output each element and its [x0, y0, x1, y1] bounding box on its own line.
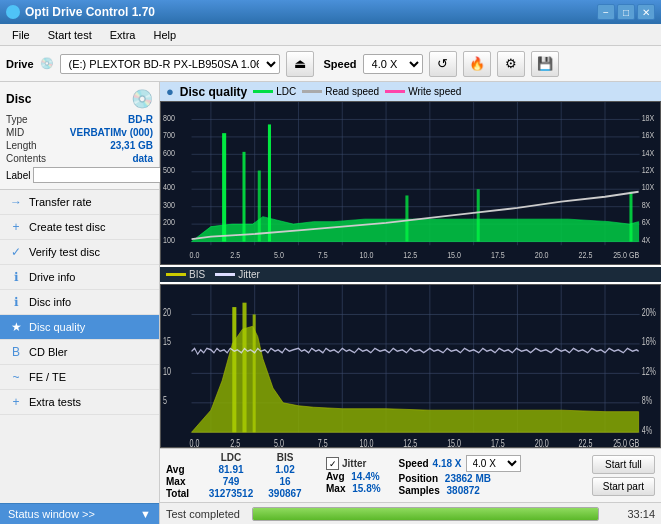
- svg-rect-23: [268, 124, 271, 241]
- mid-label: MID: [6, 127, 24, 138]
- ldc-col-header: LDC: [202, 452, 260, 463]
- samples-value: 380872: [447, 485, 480, 496]
- svg-text:20: 20: [163, 307, 171, 319]
- jitter-avg-label: Avg: [326, 471, 345, 482]
- menu-file[interactable]: File: [4, 27, 38, 43]
- length-value: 23,31 GB: [110, 140, 153, 151]
- disc-icon: 💿: [131, 88, 153, 110]
- legend-jitter-label: Jitter: [238, 269, 260, 280]
- bis-jitter-chart: 20 15 10 5 20% 16% 12% 8% 4% 0.0 2.5 5.0…: [160, 284, 661, 448]
- max-row-label: Max: [166, 476, 202, 487]
- close-button[interactable]: ✕: [637, 4, 655, 20]
- charts-wrapper: 800 700 600 500 400 300 200 100 18X 16X …: [160, 101, 661, 448]
- jitter-checkbox[interactable]: ✓: [326, 457, 339, 470]
- svg-rect-20: [222, 133, 226, 241]
- settings-button[interactable]: ⚙: [497, 51, 525, 77]
- svg-text:5: 5: [163, 395, 167, 407]
- speed-value-stat: 4.18 X: [433, 458, 462, 469]
- maximize-button[interactable]: □: [617, 4, 635, 20]
- minimize-button[interactable]: −: [597, 4, 615, 20]
- sidebar: Disc 💿 Type BD-R MID VERBATIMv (000) Len…: [0, 82, 160, 524]
- label-input[interactable]: [33, 167, 166, 183]
- type-label: Type: [6, 114, 28, 125]
- svg-rect-71: [232, 307, 236, 432]
- menu-start-test[interactable]: Start test: [40, 27, 100, 43]
- sidebar-item-extra-tests[interactable]: + Extra tests: [0, 390, 159, 415]
- status-window-chevron: ▼: [140, 508, 151, 520]
- sidebar-item-fe-te[interactable]: ~ FE / TE: [0, 365, 159, 390]
- position-stats: Speed 4.18 X 4.0 X Position 23862 MB Sam…: [399, 455, 521, 496]
- action-buttons: Start full Start part: [592, 455, 655, 496]
- svg-rect-24: [405, 195, 408, 241]
- svg-text:5.0: 5.0: [274, 250, 284, 260]
- jitter-max-value: 15.8%: [352, 483, 380, 494]
- main-layout: Disc 💿 Type BD-R MID VERBATIMv (000) Len…: [0, 82, 661, 524]
- jitter-stats: ✓ Jitter Avg 14.4% Max 15.8%: [326, 457, 381, 494]
- sidebar-item-verify-test-disc[interactable]: ✓ Verify test disc: [0, 240, 159, 265]
- disc-panel: Disc 💿 Type BD-R MID VERBATIMv (000) Len…: [0, 82, 159, 190]
- drive-icon: 💿: [40, 57, 54, 70]
- burn-button[interactable]: 🔥: [463, 51, 491, 77]
- legend-write-speed-label: Write speed: [408, 86, 461, 97]
- fe-te-icon: ~: [8, 370, 24, 384]
- svg-rect-26: [629, 192, 632, 242]
- svg-rect-73: [253, 314, 256, 432]
- menu-help[interactable]: Help: [145, 27, 184, 43]
- drive-select[interactable]: (E:) PLEXTOR BD-R PX-LB950SA 1.06: [60, 54, 280, 74]
- disc-quality-icon: ★: [8, 320, 24, 334]
- app-title: Opti Drive Control 1.70: [25, 5, 155, 19]
- svg-text:17.5: 17.5: [491, 438, 505, 447]
- svg-text:20.0: 20.0: [535, 250, 549, 260]
- eject-button[interactable]: ⏏: [286, 51, 314, 77]
- disc-title: Disc: [6, 92, 31, 106]
- total-ldc-value: 31273512: [202, 488, 260, 499]
- mid-value: VERBATIMv (000): [70, 127, 153, 138]
- jitter-color-swatch: [215, 273, 235, 276]
- ldc-color-swatch: [253, 90, 273, 93]
- ldc-bis-stats: LDC BIS Avg 81.91 1.02 Max 749 16 Total …: [166, 452, 310, 499]
- sidebar-item-label: Verify test disc: [29, 246, 100, 258]
- refresh-button[interactable]: ↺: [429, 51, 457, 77]
- toolbar: Drive 💿 (E:) PLEXTOR BD-R PX-LB950SA 1.0…: [0, 46, 661, 82]
- svg-text:4%: 4%: [642, 424, 652, 436]
- sidebar-item-disc-info[interactable]: ℹ Disc info: [0, 290, 159, 315]
- svg-text:400: 400: [163, 183, 175, 193]
- jitter-header: Jitter: [342, 458, 366, 469]
- sidebar-item-create-test-disc[interactable]: + Create test disc: [0, 215, 159, 240]
- svg-text:500: 500: [163, 165, 175, 175]
- menu-extra[interactable]: Extra: [102, 27, 144, 43]
- speed-select-stats[interactable]: 4.0 X: [466, 455, 521, 472]
- svg-text:12.5: 12.5: [403, 250, 417, 260]
- legend-read-speed-label: Read speed: [325, 86, 379, 97]
- svg-text:15.0: 15.0: [447, 250, 461, 260]
- svg-text:0.0: 0.0: [190, 438, 200, 447]
- menu-bar: File Start test Extra Help: [0, 24, 661, 46]
- svg-text:2.5: 2.5: [230, 438, 240, 447]
- total-bis-value: 390867: [260, 488, 310, 499]
- svg-text:20%: 20%: [642, 307, 656, 319]
- write-speed-color-swatch: [385, 90, 405, 93]
- sidebar-item-disc-quality[interactable]: ★ Disc quality: [0, 315, 159, 340]
- contents-label: Contents: [6, 153, 46, 164]
- legend-jitter: Jitter: [215, 269, 260, 280]
- position-label: Position: [399, 473, 438, 484]
- speed-select[interactable]: 4.0 X: [363, 54, 423, 74]
- stats-row: LDC BIS Avg 81.91 1.02 Max 749 16 Total …: [160, 448, 661, 502]
- sidebar-item-transfer-rate[interactable]: → Transfer rate: [0, 190, 159, 215]
- sidebar-item-drive-info[interactable]: ℹ Drive info: [0, 265, 159, 290]
- svg-text:22.5: 22.5: [579, 250, 593, 260]
- sidebar-item-cd-bler[interactable]: B CD Bler: [0, 340, 159, 365]
- save-button[interactable]: 💾: [531, 51, 559, 77]
- svg-text:17.5: 17.5: [491, 250, 505, 260]
- svg-text:0.0: 0.0: [190, 250, 200, 260]
- start-part-button[interactable]: Start part: [592, 477, 655, 496]
- legend-read-speed: Read speed: [302, 86, 379, 97]
- jitter-avg-value: 14.4%: [351, 471, 379, 482]
- svg-rect-21: [242, 152, 245, 242]
- status-window-button[interactable]: Status window >> ▼: [0, 503, 159, 524]
- window-controls: − □ ✕: [597, 4, 655, 20]
- progress-bar-container: [252, 507, 599, 521]
- start-full-button[interactable]: Start full: [592, 455, 655, 474]
- sidebar-item-label: Transfer rate: [29, 196, 92, 208]
- legend-bis-label: BIS: [189, 269, 205, 280]
